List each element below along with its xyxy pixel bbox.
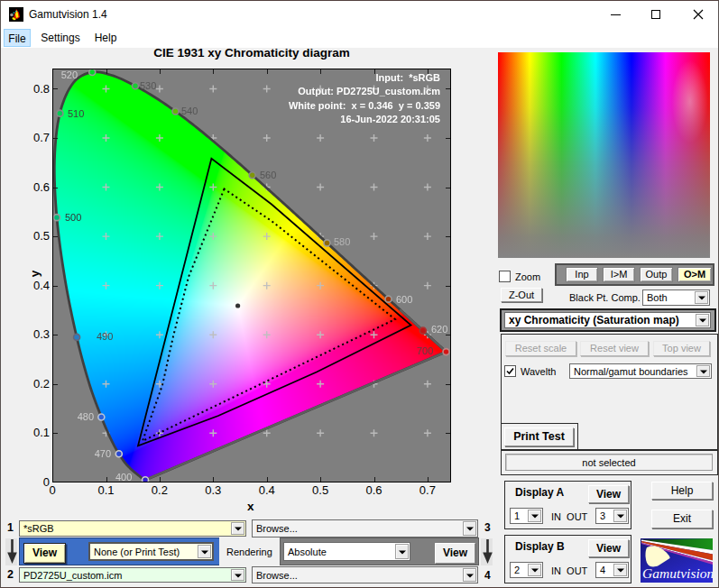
svg-text:Gamutvision: Gamutvision xyxy=(642,565,713,581)
